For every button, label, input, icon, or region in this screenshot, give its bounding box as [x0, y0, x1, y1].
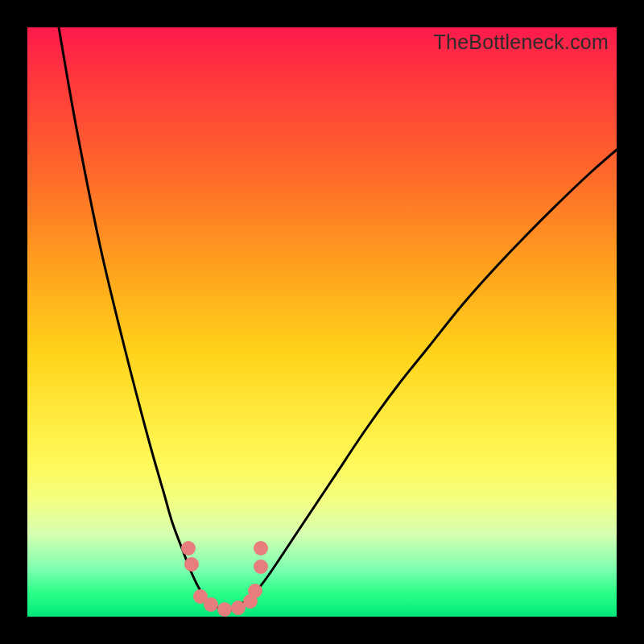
watermark-label: TheBottleneck.com	[434, 31, 609, 54]
bottleneck-curve	[59, 27, 617, 611]
chart-frame: TheBottleneck.com	[0, 0, 644, 644]
curve-marker	[181, 541, 196, 555]
curve-marker	[204, 597, 218, 612]
curve-marker	[184, 557, 199, 572]
curve-marker	[254, 541, 268, 555]
curve-marker	[248, 584, 262, 598]
chart-svg	[27, 27, 617, 617]
curve-marker	[254, 559, 268, 574]
plot-area: TheBottleneck.com	[27, 27, 617, 617]
curve-marker	[217, 602, 232, 617]
